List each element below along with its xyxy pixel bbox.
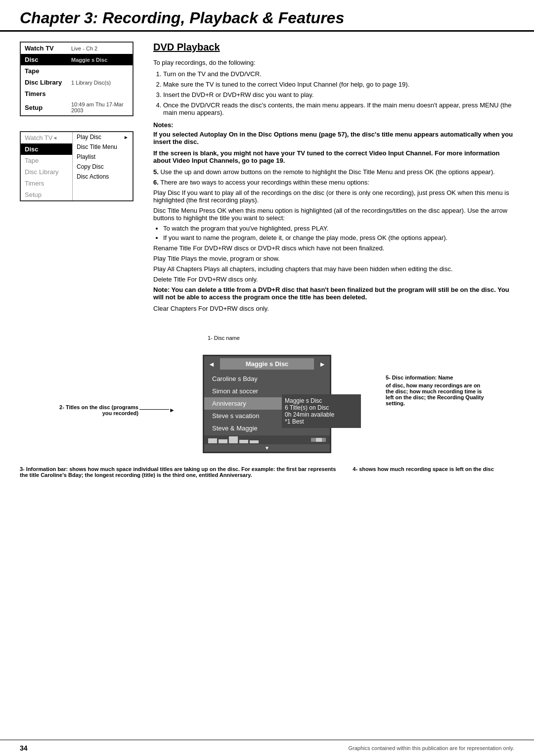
- menu2-label-disc: Disc: [25, 145, 38, 153]
- menu2-watch-tv[interactable]: Watch TV ◄: [21, 132, 72, 143]
- menu-timers[interactable]: Timers: [21, 88, 133, 99]
- submenu-label-disc-actions: Disc Actions: [77, 173, 109, 180]
- left-label-2: you recorded): [49, 410, 138, 416]
- menu2-tape[interactable]: Tape: [21, 155, 72, 166]
- caption-area: 3- Information bar: shows how much space…: [20, 466, 514, 478]
- menu2-label-timers: Timers: [25, 180, 44, 187]
- disc-name-box: Maggie s Disc: [220, 358, 314, 370]
- play-all-chapters-text: Play All Chapters Plays all chapters, in…: [153, 265, 514, 273]
- menu-disc-library[interactable]: Disc Library 1 Library Disc(s): [21, 77, 133, 88]
- disc-info-name-val: Maggie s Disc: [285, 397, 358, 404]
- step-4: Once the DVD/VCR reads the disc's conten…: [163, 101, 514, 116]
- step6-content: There are two ways to access your record…: [160, 179, 369, 186]
- disc-name-annotation: 1- Disc name: [208, 335, 240, 341]
- submenu-play-disc[interactable]: Play Disc ►: [73, 132, 133, 142]
- step-2: Make sure the TV is tuned to the correct…: [163, 81, 514, 88]
- menu2-setup[interactable]: Setup: [21, 189, 72, 200]
- menu-label-setup: Setup: [25, 104, 69, 111]
- prog-bar-2: [219, 439, 227, 443]
- menu2-label-tape: Tape: [25, 157, 39, 164]
- rename-title-text: Rename Title For DVD+RW discs or DVD+R d…: [153, 244, 514, 252]
- footer-text: Graphics contained within this publicati…: [349, 745, 514, 751]
- menu2-label-watch-tv: Watch TV: [25, 134, 52, 142]
- numbered-list: Turn on the TV and the DVD/VCR. Make sur…: [163, 70, 514, 116]
- disc-title-caroline[interactable]: Caroline s Bday: [204, 373, 330, 385]
- caption1: 3- Information bar: shows how much space…: [20, 466, 343, 478]
- step5-bold: 5.: [153, 168, 159, 176]
- right-content: DVD Playback To play recordings, do the …: [143, 32, 534, 325]
- step6-text: 6. There are two ways to access your rec…: [153, 179, 514, 186]
- menu-disc[interactable]: Disc Maggie s Disc: [21, 54, 133, 65]
- step-1: Turn on the TV and the DVD/VCR.: [163, 70, 514, 78]
- disc-title-menu-text: Disc Title Menu Press OK when this menu …: [153, 207, 514, 222]
- chapter-header: Chapter 3: Recording, Playback & Feature…: [0, 0, 534, 32]
- caption-left: 3- Information bar: shows how much space…: [20, 466, 343, 478]
- submenu-copy-disc[interactable]: Copy Disc: [73, 162, 133, 172]
- left-sidebar: Watch TV Live - Ch 2 Disc Maggie s Disc …: [0, 32, 143, 325]
- menu-tape[interactable]: Tape: [21, 65, 133, 77]
- step5-content: Use the up and down arrow buttons on the…: [160, 168, 494, 176]
- menu-label-timers: Timers: [25, 90, 69, 97]
- disc-title-menu-option: Disc Title Menu Press OK when this menu …: [153, 207, 507, 222]
- arrow-left-icon: ◄: [52, 135, 57, 141]
- menu-watch-tv[interactable]: Watch TV Live - Ch 2: [21, 43, 133, 54]
- left-arrow-line: [139, 409, 169, 410]
- disc-info-panel: 5- Disc information: Name of disc, how m…: [386, 375, 485, 406]
- note2-text: If the screen is blank, you might not ha…: [153, 149, 499, 164]
- nav-arrow-left[interactable]: ◄: [208, 360, 215, 368]
- menu-label-disc-library: Disc Library: [25, 79, 69, 86]
- disc-info-available-val: 0h 24min available: [285, 411, 358, 418]
- menu2-disc-library[interactable]: Disc Library: [21, 166, 72, 178]
- step-3: Insert the DVD+R or DVD+RW disc you want…: [163, 91, 514, 98]
- submenu-label-copy-disc: Copy Disc: [77, 163, 104, 170]
- submenu-disc-title-menu[interactable]: Disc Title Menu: [73, 142, 133, 152]
- footer: 34 Graphics contained within this public…: [0, 740, 534, 756]
- submenu-disc-actions[interactable]: Disc Actions: [73, 172, 133, 182]
- step6-bold: 6.: [153, 179, 159, 186]
- intro-text: To play recordings, do the following:: [153, 59, 514, 66]
- scroll-indicator: [311, 438, 326, 442]
- step5-text: 5. Use the up and down arrow buttons on …: [153, 168, 514, 176]
- disc-info-titles-val: 6 Title(s) on Disc: [285, 404, 358, 411]
- diagram-wrapper: 1- Disc name 2- Titles on the disc (prog…: [20, 335, 514, 458]
- menu-value-setup: 10:49 am Thu 17-Mar 2003: [71, 101, 129, 113]
- submenu-playlist[interactable]: Playlist: [73, 152, 133, 162]
- note1-text: If you selected Autoplay On in the Disc …: [153, 131, 513, 145]
- menu-right-col: Play Disc ► Disc Title Menu Playlist Cop…: [73, 132, 133, 200]
- menu-value-watch-tv: Live - Ch 2: [71, 46, 97, 51]
- prog-bar-5: [250, 440, 259, 443]
- delete-title-text: Delete Title For DVD+RW discs only.: [153, 276, 514, 283]
- titles-annotation: 2- Titles on the disc (programs you reco…: [49, 404, 138, 416]
- notes-label: Notes:: [153, 121, 514, 129]
- menu-setup[interactable]: Setup 10:49 am Thu 17-Mar 2003: [21, 99, 133, 115]
- disc-info-bar: [204, 435, 330, 444]
- menu2-disc[interactable]: Disc: [21, 143, 72, 155]
- bullet-list: To watch the program that you've highlig…: [163, 225, 514, 241]
- section-title: DVD Playback: [153, 42, 514, 53]
- left-arrow-head: ►: [169, 407, 175, 414]
- play-title-text: Play Title Plays the movie, program or s…: [153, 255, 514, 262]
- arrow-right-icon: ►: [124, 135, 129, 140]
- nav-arrow-right[interactable]: ►: [319, 360, 326, 368]
- menu2-timers[interactable]: Timers: [21, 178, 72, 189]
- prog-bar-4: [239, 440, 248, 443]
- caption2: 4- shows how much recording space is lef…: [353, 466, 514, 472]
- delete-note-text: Note: You can delete a title from a DVD+…: [153, 286, 509, 301]
- menu-box-1: Watch TV Live - Ch 2 Disc Maggie s Disc …: [20, 42, 134, 116]
- play-disc-option: Play Disc If you want to play all of the…: [153, 189, 509, 204]
- note1: If you selected Autoplay On in the Disc …: [153, 131, 514, 145]
- disc-info-values: Maggie s Disc 6 Title(s) on Disc 0h 24mi…: [282, 394, 361, 428]
- disc-info-quality-val: *1 Best: [285, 418, 358, 425]
- disc-info-label: 5- Disc information: Name: [386, 375, 485, 380]
- menu-label-disc: Disc: [25, 56, 69, 63]
- menu-value-disc-library: 1 Library Disc(s): [71, 80, 111, 86]
- menu-value-disc: Maggie s Disc: [71, 57, 107, 63]
- scroll-thumb: [316, 438, 322, 442]
- play-disc-text: Play Disc If you want to play all of the…: [153, 189, 514, 204]
- disc-info-detail: of disc, how many recordings are on the …: [386, 382, 485, 406]
- menu-label-watch-tv: Watch TV: [25, 45, 69, 52]
- caption-right: 4- shows how much recording space is lef…: [353, 466, 514, 478]
- bullet-2: If you want to name the program, delete …: [163, 234, 514, 241]
- prog-bar-1: [208, 438, 217, 443]
- delete-note: Note: You can delete a title from a DVD+…: [153, 286, 514, 301]
